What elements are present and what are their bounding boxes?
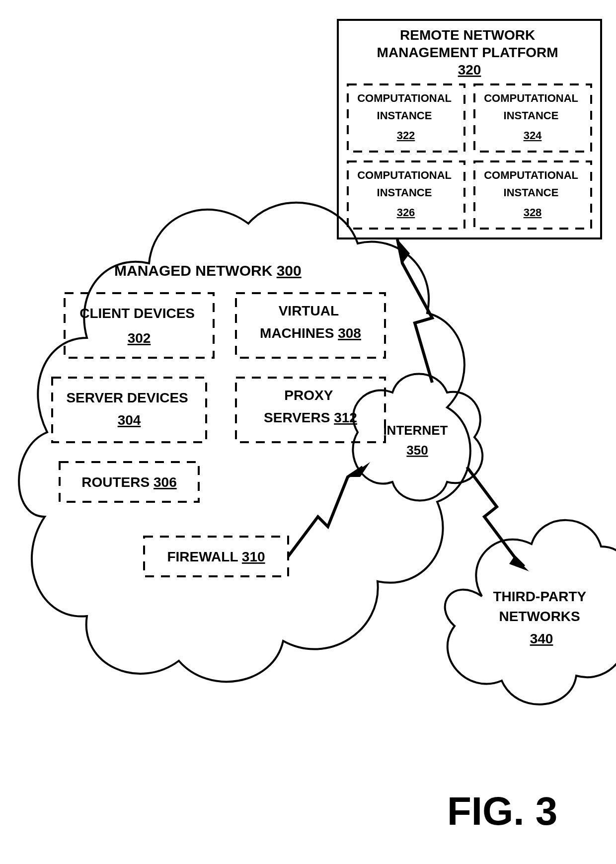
svg-text:CLIENT DEVICES
        302: CLIENT DEVICES 302 — [79, 306, 199, 346]
internet-label: INTERNET — [383, 423, 448, 438]
svg-marker-25 — [396, 237, 410, 263]
connector-internet-platform — [396, 237, 432, 383]
server-devices-box: SERVER DEVICES 304 — [52, 378, 206, 442]
svg-rect-4 — [52, 378, 206, 442]
client-devices-label: CLIENT DEVICES — [79, 306, 195, 321]
client-devices-box: CLIENT DEVICES 302 — [65, 293, 214, 358]
platform-ref: 320 — [458, 62, 481, 78]
proxy-servers-label-1: PROXY — [284, 388, 333, 403]
routers-box: ROUTERS 306 — [60, 462, 199, 502]
internet-ref: 350 — [406, 443, 428, 458]
firewall-label: FIREWALL — [167, 549, 238, 564]
computational-instance-328: COMPUTATIONAL INSTANCE 328 — [474, 161, 591, 229]
firewall-ref: 310 — [242, 549, 265, 564]
computational-instance-322: COMPUTATIONAL INSTANCE 322 — [348, 84, 464, 152]
client-devices-ref: 302 — [128, 330, 151, 346]
figure-label: FIG. 3 — [447, 789, 557, 833]
connector-internet-thirdparty — [467, 467, 529, 571]
svg-text:THIRD-PARTY
      NETWORKS
   : THIRD-PARTY NETWORKS 340 — [493, 589, 590, 646]
internet-cloud: INTERNET 350 — [353, 374, 482, 501]
third-party-cloud: THIRD-PARTY NETWORKS 340 — [445, 520, 616, 705]
svg-text:INTERNET
      350: INTERNET 350 — [383, 423, 451, 458]
svg-text:VIRTUAL
        MACHINES 308: VIRTUAL MACHINES 308 — [260, 303, 361, 341]
computational-instance-324: COMPUTATIONAL INSTANCE 324 — [474, 84, 591, 152]
svg-text:REMOTE NETWORK
      MANAGEMEN: REMOTE NETWORK MANAGEMENT PLATFORM 320 — [377, 27, 562, 78]
virtual-machines-label-2: MACHINES 308 — [260, 325, 361, 341]
svg-text:COMPUTATIONAL
        INSTANCE: COMPUTATIONAL INSTANCE 328 — [484, 169, 581, 219]
platform-title-line1: REMOTE NETWORK — [400, 27, 535, 43]
server-devices-label: SERVER DEVICES — [66, 390, 188, 405]
managed-network-cloud: MANAGED NETWORK 300 CLIENT DEVICES 302 V… — [19, 203, 470, 682]
svg-marker-24 — [348, 462, 370, 477]
svg-text:COMPUTATIONAL
        INSTANCE: COMPUTATIONAL INSTANCE 322 — [357, 92, 455, 142]
managed-network-title: MANAGED NETWORK 300 — [114, 262, 302, 279]
connector-firewall-internet — [288, 462, 370, 556]
svg-text:COMPUTATIONAL
        INSTANCE: COMPUTATIONAL INSTANCE 326 — [357, 169, 455, 219]
third-party-label-1: THIRD-PARTY — [493, 589, 587, 604]
platform-title-line2: MANAGEMENT PLATFORM — [377, 45, 558, 60]
proxy-servers-label-2: SERVERS 312 — [264, 410, 357, 425]
computational-instance-326: COMPUTATIONAL INSTANCE 326 — [348, 161, 464, 229]
third-party-label-2: NETWORKS — [499, 609, 580, 624]
third-party-ref: 340 — [530, 631, 553, 646]
firewall-box: FIREWALL 310 — [144, 537, 288, 576]
server-devices-ref: 304 — [118, 412, 141, 428]
svg-marker-26 — [509, 556, 529, 571]
svg-rect-0 — [65, 293, 214, 358]
diagram-canvas: MANAGED NETWORK 300 CLIENT DEVICES 302 V… — [0, 0, 616, 864]
svg-text:COMPUTATIONAL
        INSTANCE: COMPUTATIONAL INSTANCE 324 — [484, 92, 581, 142]
svg-text:FIREWALL
         
        310: FIREWALL 310 — [167, 549, 265, 564]
routers-label: ROUTERS — [81, 474, 150, 490]
svg-text:SERVER DEVICES
        304: SERVER DEVICES 304 — [66, 390, 192, 428]
svg-text:PROXY
        SERVERS 312: PROXY SERVERS 312 — [264, 388, 357, 425]
svg-text:ROUTERS
         
        306: ROUTERS 306 — [81, 474, 176, 490]
virtual-machines-label-1: VIRTUAL — [279, 303, 339, 318]
virtual-machines-box: VIRTUAL MACHINES 308 — [236, 293, 385, 358]
platform-box: REMOTE NETWORK MANAGEMENT PLATFORM 320 C… — [338, 20, 601, 238]
routers-ref: 306 — [154, 474, 177, 490]
proxy-servers-box: PROXY SERVERS 312 — [236, 378, 385, 442]
